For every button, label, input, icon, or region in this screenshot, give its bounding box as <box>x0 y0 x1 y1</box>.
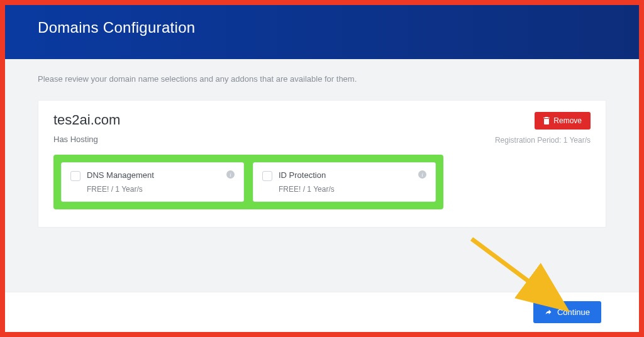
addon-info: ID Protection FREE! / 1 Year/s <box>279 170 412 194</box>
trash-icon <box>543 117 550 124</box>
addon-title: ID Protection <box>279 170 412 180</box>
addon-dns-management: DNS Management FREE! / 1 Year/s i <box>61 162 244 202</box>
registration-period: Registration Period: 1 Year/s <box>495 136 591 145</box>
addon-checkbox-id[interactable] <box>262 171 272 181</box>
remove-button[interactable]: Remove <box>535 112 591 130</box>
addon-price: FREE! / 1 Year/s <box>279 185 412 194</box>
domain-card: tes2ai.com Has Hosting Remove Registrati… <box>38 100 606 228</box>
footer-bar: Continue <box>5 292 639 332</box>
review-instruction: Please review your domain name selection… <box>38 74 606 84</box>
addon-checkbox-dns[interactable] <box>70 171 80 181</box>
addon-id-protection: ID Protection FREE! / 1 Year/s i <box>253 162 436 202</box>
domain-card-top: tes2ai.com Has Hosting Remove Registrati… <box>53 112 591 145</box>
forward-icon <box>545 309 552 316</box>
info-icon[interactable]: i <box>418 170 426 180</box>
page-header: Domains Configuration <box>0 0 644 59</box>
info-icon[interactable]: i <box>226 170 235 180</box>
addon-price: FREE! / 1 Year/s <box>87 185 220 194</box>
continue-button[interactable]: Continue <box>533 301 601 323</box>
page-title: Domains Configuration <box>38 19 606 36</box>
continue-label: Continue <box>557 307 590 317</box>
domain-card-right: Remove Registration Period: 1 Year/s <box>495 112 591 145</box>
domain-name: tes2ai.com <box>53 112 120 128</box>
addon-info: DNS Management FREE! / 1 Year/s <box>87 170 220 194</box>
remove-label: Remove <box>553 116 582 125</box>
main-content: Please review your domain name selection… <box>0 59 644 234</box>
addons-highlight-box: DNS Management FREE! / 1 Year/s i ID Pro… <box>53 155 443 209</box>
hosting-status: Has Hosting <box>53 135 120 144</box>
addon-title: DNS Management <box>87 170 220 180</box>
domain-info: tes2ai.com Has Hosting <box>53 112 120 144</box>
